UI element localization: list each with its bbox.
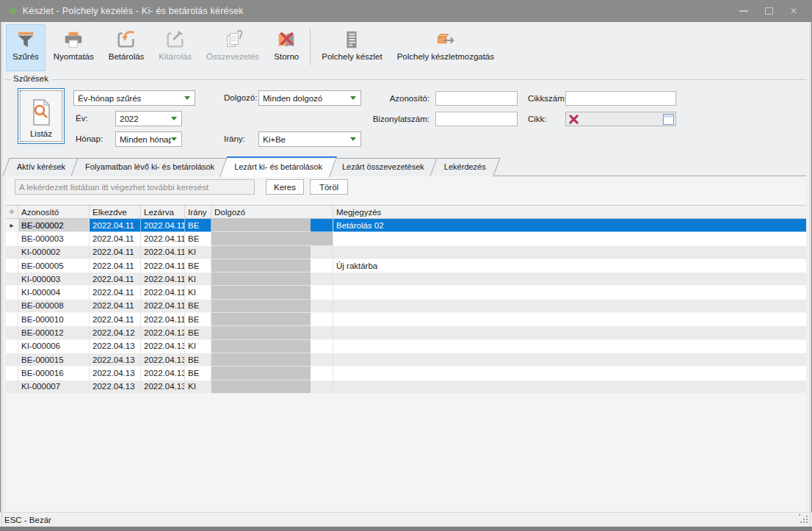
cell-irany: BE	[185, 232, 211, 245]
table-row[interactable]: BE-000016 2022.04.13 2022.04.13 BE	[6, 366, 806, 380]
shelf-stock-move-button[interactable]: Polchely készletmozgatás	[391, 24, 501, 71]
cell-elkezdve: 2022.04.11	[90, 232, 141, 245]
clear-red-x-icon[interactable]	[569, 115, 579, 124]
chevron-down-icon	[171, 117, 177, 120]
cell-irany: KI	[185, 380, 211, 394]
cell-azonosito: BE-000016	[18, 366, 90, 380]
close-icon: ✕	[790, 7, 797, 15]
merge-button: Összevezetés	[200, 24, 266, 71]
row-indicator-cell	[6, 380, 18, 394]
tab-folyamatban[interactable]: Folyamatban lévő ki- és betárolások	[74, 157, 225, 176]
cell-dolgozo	[211, 259, 333, 272]
table-row[interactable]: KI-000007 2022.04.13 2022.04.13 KI	[6, 380, 806, 394]
grid-rows: ▸ BE-000002 2022.04.11 2022.04.11 BE Bet…	[6, 219, 806, 394]
item-number-label: Cikkszám:	[528, 93, 567, 104]
cell-lezarva: 2022.04.13	[141, 353, 185, 366]
requests-table: ✳ Azonosító Elkezdve Lezárva Irány Dolgo…	[6, 205, 806, 394]
cell-dolgozo	[211, 380, 333, 394]
column-header-elkezdve[interactable]: Elkezdve	[90, 206, 141, 218]
storno-button[interactable]: Storno	[267, 24, 305, 71]
print-button[interactable]: Nyomtatás	[47, 24, 101, 71]
tabstrip: Aktív kérések Folyamatban lévő ki- és be…	[6, 157, 806, 176]
row-indicator-cell	[6, 353, 18, 366]
table-row[interactable]: KI-000003 2022.04.11 2022.04.11 KI	[6, 272, 806, 286]
minimize-button[interactable]	[731, 0, 756, 22]
table-row[interactable]: BE-000005 2022.04.11 2022.04.11 BE Új ra…	[6, 259, 806, 272]
close-button[interactable]: ✕	[781, 0, 806, 22]
cell-azonosito: KI-000003	[18, 272, 90, 286]
year-dropdown[interactable]: 2022	[115, 111, 182, 126]
cell-irany: BE	[185, 326, 211, 339]
column-header-lezarva[interactable]: Lezárva	[141, 206, 185, 218]
row-indicator-cell	[6, 259, 18, 272]
tab-page: Keres Töröl ✳ Azonosító Elkezdve Lezárva…	[6, 176, 806, 512]
maximize-button[interactable]	[756, 0, 781, 22]
document-number-input[interactable]	[435, 112, 518, 126]
lookup-window-icon[interactable]	[663, 114, 674, 125]
table-row[interactable]: KI-000006 2022.04.13 2022.04.13 KI	[6, 340, 806, 353]
filter-button[interactable]: Szűrés	[6, 24, 46, 71]
cell-dolgozo	[211, 353, 333, 366]
app-window: ❋ Készlet - Polchely kezelés - Ki- és be…	[0, 0, 812, 531]
table-row[interactable]: KI-000002 2022.04.11 2022.04.11 KI	[6, 246, 806, 259]
document-number-label: Bizonylatszám:	[330, 114, 429, 125]
table-row[interactable]: BE-000003 2022.04.11 2022.04.11 BE	[6, 232, 806, 245]
period-filter-dropdown[interactable]: Év-hónap szűrés	[73, 90, 195, 106]
clear-search-button[interactable]: Töröl	[310, 179, 348, 195]
table-row[interactable]: KI-000004 2022.04.11 2022.04.11 KI	[6, 286, 806, 299]
search-button[interactable]: Keres	[266, 179, 304, 195]
cell-lezarva: 2022.04.11	[141, 232, 185, 245]
row-indicator-cell	[6, 232, 18, 245]
tab-lekerdezes[interactable]: Lekérdezés	[433, 157, 497, 176]
filters-groupbox-caption: Szűrések	[10, 74, 51, 83]
selected-row-marker-icon: ▸	[10, 221, 13, 229]
table-row[interactable]: BE-000010 2022.04.11 2022.04.11 BE	[6, 313, 806, 326]
shelf-stock-button[interactable]: Polchely készlet	[315, 24, 388, 71]
store-in-button[interactable]: Betárolás	[102, 24, 151, 71]
list-search-input[interactable]	[15, 179, 255, 195]
item-number-input[interactable]	[565, 91, 676, 106]
cell-irany: BE	[185, 353, 211, 366]
table-row[interactable]: BE-000015 2022.04.13 2022.04.13 BE	[6, 353, 806, 366]
printer-icon	[62, 29, 84, 51]
resize-grip-icon[interactable]	[799, 514, 809, 524]
cell-megjegyzes	[333, 232, 806, 245]
table-row[interactable]: ▸ BE-000002 2022.04.11 2022.04.11 BE Bet…	[6, 219, 806, 232]
row-indicator-cell	[6, 326, 18, 339]
column-header-dolgozo[interactable]: Dolgozó	[211, 206, 333, 218]
row-indicator-cell	[6, 340, 18, 353]
cell-lezarva: 2022.04.13	[141, 366, 185, 380]
month-dropdown[interactable]: Minden hónap	[115, 131, 182, 147]
cell-megjegyzes	[333, 246, 806, 259]
cell-lezarva: 2022.04.11	[141, 313, 185, 326]
row-indicator-cell	[6, 366, 18, 380]
statusbar: ESC - Bezár	[0, 512, 812, 527]
column-header-irany[interactable]: Irány	[185, 206, 211, 218]
indicator-header-cell: ✳	[6, 206, 18, 218]
tab-aktiv-keresek[interactable]: Aktív kérések	[6, 157, 76, 176]
cell-lezarva: 2022.04.11	[141, 286, 185, 299]
status-text: ESC - Bezár	[4, 516, 51, 524]
cell-lezarva: 2022.04.11	[141, 272, 185, 286]
cell-lezarva: 2022.04.13	[141, 340, 185, 353]
table-row[interactable]: BE-000008 2022.04.11 2022.04.11 BE	[6, 300, 806, 313]
titlebar: ❋ Készlet - Polchely kezelés - Ki- és be…	[0, 0, 812, 22]
cell-irany: BE	[185, 300, 211, 313]
month-label: Hónap:	[76, 134, 103, 145]
cell-azonosito: BE-000010	[18, 313, 90, 326]
cell-elkezdve: 2022.04.11	[90, 259, 141, 272]
list-button[interactable]: Listáz	[18, 88, 65, 144]
column-header-azonosito[interactable]: Azonosító	[18, 206, 90, 218]
cell-dolgozo	[211, 300, 333, 313]
cell-megjegyzes	[333, 380, 806, 394]
identifier-input[interactable]	[435, 91, 518, 106]
row-indicator-cell: ▸	[6, 219, 18, 232]
item-lookup-field[interactable]	[565, 112, 676, 126]
table-row[interactable]: BE-000012 2022.04.12 2022.04.12 BE	[6, 326, 806, 339]
tab-lezart-osszevezetesek[interactable]: Lezárt összevezetések	[331, 157, 435, 176]
column-header-megjegyzes[interactable]: Megjegyzés	[333, 206, 806, 218]
cell-elkezdve: 2022.04.11	[90, 272, 141, 286]
direction-dropdown[interactable]: Ki+Be	[258, 131, 361, 147]
tab-lezart-ki-es-betarolasok[interactable]: Lezárt ki- és betárolások	[223, 157, 333, 176]
window-controls: ✕	[731, 0, 806, 22]
